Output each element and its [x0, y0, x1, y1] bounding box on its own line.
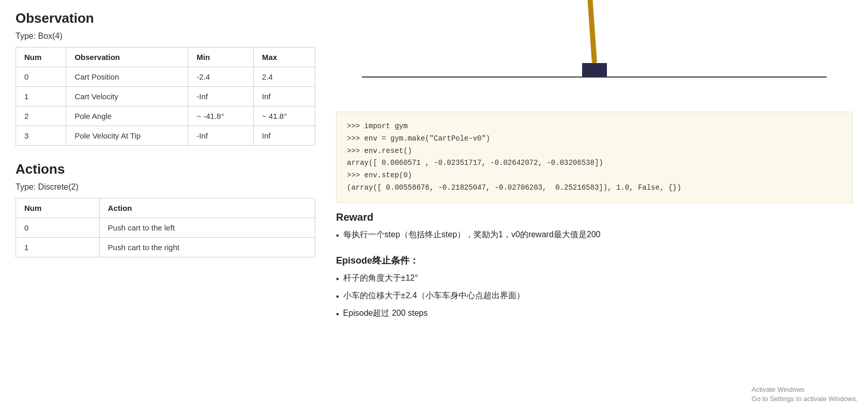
obs-col-observation: Observation	[66, 48, 188, 67]
observation-type: Type: Box(4)	[16, 32, 315, 41]
obs-cell-num: 2	[16, 106, 66, 126]
activate-windows-line1: Activate Windows	[752, 385, 858, 394]
obs-col-max: Max	[253, 48, 315, 67]
obs-cell-num: 1	[16, 87, 66, 106]
activate-windows-notice: Activate Windows Go to Settings to activ…	[752, 385, 858, 404]
obs-cell-max: 2.4	[253, 67, 315, 87]
actions-title: Actions	[16, 161, 315, 177]
obs-cell-min: -Inf	[188, 126, 254, 146]
table-row: 2Pole Angle~ -41.8°~ 41.8°	[16, 106, 315, 126]
act-cell-action: Push cart to the left	[99, 218, 315, 238]
obs-cell-min: -2.4	[188, 67, 254, 87]
obs-cell-min: ~ -41.8°	[188, 106, 254, 126]
cartpole-pole	[587, 0, 597, 63]
reward-bullet-text: 每执行一个step（包括终止step），奖励为1，v0的reward最大值是20…	[343, 228, 601, 241]
obs-cell-min: -Inf	[188, 87, 254, 106]
cartpole-cart	[582, 63, 607, 78]
bullet-text: 杆子的角度大于±12°	[343, 272, 418, 284]
obs-col-num: Num	[16, 48, 66, 67]
activate-windows-line2: Go to Settings to activate Windows.	[752, 394, 858, 404]
reward-bullet-dot: •	[336, 229, 339, 242]
table-row: 0Push cart to the left	[16, 218, 315, 238]
observation-title: Observation	[16, 10, 315, 26]
observation-table: Num Observation Min Max 0Cart Position-2…	[16, 47, 315, 146]
act-col-action: Action	[99, 198, 315, 218]
obs-cell-max: Inf	[253, 87, 315, 106]
bullet-text: Episode超过 200 steps	[343, 307, 428, 319]
right-panel: >>> import gym >>> env = gym.make("CartP…	[336, 10, 852, 325]
obs-cell-max: ~ 41.8°	[253, 106, 315, 126]
obs-cell-num: 0	[16, 67, 66, 87]
act-cell-num: 1	[16, 238, 100, 257]
obs-cell-observation: Pole Velocity At Tip	[66, 126, 188, 146]
table-row: 1Push cart to the right	[16, 238, 315, 257]
obs-cell-observation: Cart Velocity	[66, 87, 188, 106]
episode-section: Episode终止条件： •杆子的角度大于±12°•小车的位移大于±2.4（小车…	[336, 254, 852, 325]
bullet-dot: •	[336, 290, 339, 303]
bullet-dot: •	[336, 308, 339, 320]
actions-section: Actions Type: Discrete(2) Num Action 0Pu…	[16, 161, 315, 257]
actions-type: Type: Discrete(2)	[16, 182, 315, 192]
obs-cell-num: 3	[16, 126, 66, 146]
obs-col-min: Min	[188, 48, 254, 67]
table-row: 1Cart Velocity-InfInf	[16, 87, 315, 106]
code-block: >>> import gym >>> env = gym.make("CartP…	[336, 112, 852, 203]
reward-bullet: • 每执行一个step（包括终止step），奖励为1，v0的reward最大值是…	[336, 228, 852, 242]
actions-table: Num Action 0Push cart to the left1Push c…	[16, 198, 315, 257]
obs-cell-max: Inf	[253, 126, 315, 146]
episode-bullet: •Episode超过 200 steps	[336, 307, 852, 320]
episode-bullet: •小车的位移大于±2.4（小车车身中心点超出界面）	[336, 289, 852, 303]
obs-cell-observation: Pole Angle	[66, 106, 188, 126]
reward-title: Reward	[336, 211, 852, 223]
episode-bullet: •杆子的角度大于±12°	[336, 272, 852, 285]
act-cell-action: Push cart to the right	[99, 238, 315, 257]
obs-cell-observation: Cart Position	[66, 67, 188, 87]
act-col-num: Num	[16, 198, 100, 218]
table-row: 0Cart Position-2.42.4	[16, 67, 315, 87]
act-cell-num: 0	[16, 218, 100, 238]
left-panel: Observation Type: Box(4) Num Observation…	[16, 10, 315, 325]
cartpole-visualization	[336, 10, 852, 103]
reward-section: Reward • 每执行一个step（包括终止step），奖励为1，v0的rew…	[336, 211, 852, 246]
table-row: 3Pole Velocity At Tip-InfInf	[16, 126, 315, 146]
bullet-dot: •	[336, 273, 339, 285]
bullet-text: 小车的位移大于±2.4（小车车身中心点超出界面）	[343, 289, 525, 302]
episode-title: Episode终止条件：	[336, 254, 852, 267]
